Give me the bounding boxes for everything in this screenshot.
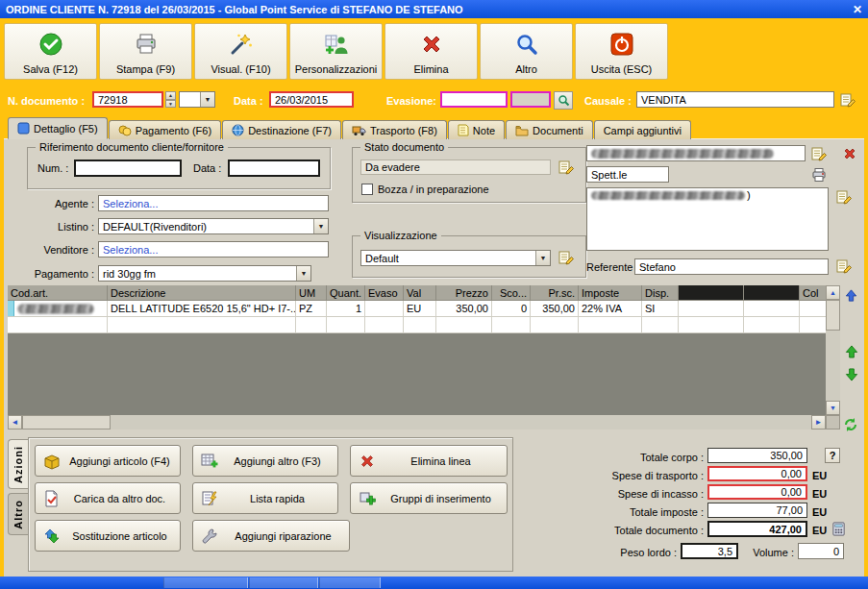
- totale-corpo-input[interactable]: 350,00: [707, 448, 807, 463]
- move-line-up-button[interactable]: [843, 343, 859, 359]
- toolbar: Salva (F12) Stampa (F9) Visual. (F10) Pe…: [4, 23, 668, 80]
- chevron-down-icon[interactable]: ▼: [200, 92, 214, 107]
- col-header-redacted-2[interactable]: [744, 285, 800, 301]
- totale-imposte-input[interactable]: 77,00: [707, 503, 807, 518]
- col-header-col[interactable]: Col: [800, 285, 826, 301]
- move-line-down-button[interactable]: [843, 366, 859, 382]
- quick-list-button[interactable]: Lista rapida: [192, 482, 338, 514]
- add-other-button[interactable]: Aggiungi altro (F3): [192, 445, 338, 477]
- load-from-doc-button[interactable]: Carica da altro doc.: [35, 482, 181, 514]
- scroll-down-icon[interactable]: ▼: [826, 401, 840, 415]
- riferimento-group: Riferimento documento cliente/fornitore …: [27, 147, 331, 189]
- pagamento-combo[interactable]: rid 30gg fm ▼: [98, 265, 311, 282]
- preview-button[interactable]: Visual. (F10): [194, 23, 287, 80]
- vis-edit-button[interactable]: [557, 248, 576, 266]
- cliente-input[interactable]: [586, 145, 806, 161]
- totale-documento-input[interactable]: 427,00: [707, 521, 807, 537]
- evasione-search-button[interactable]: [554, 91, 573, 110]
- causale-edit-button[interactable]: [838, 90, 857, 109]
- col-header-val[interactable]: Val: [404, 285, 436, 301]
- add-repair-button[interactable]: Aggiungi riparazione: [192, 520, 350, 552]
- scroll-right-icon[interactable]: ►: [811, 415, 826, 429]
- customizations-button[interactable]: Personalizzazioni: [289, 23, 383, 80]
- cliente-edit-button[interactable]: [809, 144, 829, 162]
- spettle-input[interactable]: Spett.le: [586, 166, 669, 183]
- causale-input[interactable]: VENDITA: [636, 91, 834, 108]
- vscroll-thumb[interactable]: [826, 300, 840, 331]
- close-icon[interactable]: ✕: [853, 3, 862, 16]
- exit-button[interactable]: Uscita (ESC): [575, 23, 668, 80]
- listino-combo[interactable]: DEFAULT(Rivenditori) ▼: [98, 218, 329, 234]
- tab-documenti[interactable]: Documenti: [506, 120, 593, 139]
- venditore-input[interactable]: Seleziona...: [98, 241, 329, 258]
- stato-edit-button[interactable]: [557, 158, 576, 176]
- evasione-input-2[interactable]: [510, 91, 551, 108]
- save-button[interactable]: Salva (F12): [4, 23, 97, 80]
- tab-dettaglio[interactable]: Dettaglio (F5): [8, 117, 108, 139]
- address-edit-button[interactable]: [834, 187, 854, 206]
- scroll-left-icon[interactable]: ◄: [8, 415, 22, 429]
- table-row[interactable]: DELL LATITUDE E6520 15,6" HD+ I7-... PZ …: [8, 301, 826, 317]
- replace-article-button[interactable]: Sostituzione articolo: [35, 520, 181, 552]
- referente-edit-button[interactable]: [834, 257, 854, 275]
- data-input[interactable]: 26/03/2015: [269, 91, 354, 108]
- tab-destinazione[interactable]: Destinazione (F7): [222, 120, 341, 139]
- tab-azioni[interactable]: Azioni: [8, 439, 28, 489]
- insert-groups-button[interactable]: Gruppi di inserimento: [350, 482, 508, 514]
- tab-trasporto[interactable]: Trasporto (F8): [342, 120, 447, 139]
- tab-campi-aggiuntivi[interactable]: Campi aggiuntivi: [594, 120, 691, 139]
- col-header-sconto[interactable]: Sco...: [492, 285, 531, 301]
- chevron-down-icon[interactable]: ▼: [313, 219, 328, 233]
- delete-line-button[interactable]: Elimina linea: [350, 445, 508, 477]
- peso-lordo-input[interactable]: 3,5: [681, 543, 738, 559]
- stepper-up-icon[interactable]: ▲: [165, 91, 176, 100]
- cliente-clear-button[interactable]: [840, 144, 859, 162]
- col-header-descrizione[interactable]: Descrizione: [108, 285, 296, 301]
- recalculate-button[interactable]: [831, 521, 847, 537]
- chevron-down-icon[interactable]: ▼: [296, 266, 310, 281]
- horizontal-scrollbar[interactable]: ◄ ►: [8, 415, 826, 429]
- col-header-redacted-1[interactable]: [679, 285, 744, 301]
- rif-num-input[interactable]: [74, 160, 182, 177]
- stato-field[interactable]: Da evadere: [360, 160, 551, 175]
- delete-button[interactable]: Elimina: [384, 23, 478, 80]
- col-header-pr-sc[interactable]: Pr.sc.: [531, 285, 579, 301]
- doc-suffix-combo[interactable]: ▼: [179, 91, 215, 108]
- tab-pagamento[interactable]: Pagamento (F6): [109, 120, 221, 139]
- vertical-scrollbar[interactable]: ▲ ▼: [826, 285, 840, 415]
- totale-corpo-label: Totale corpo :: [531, 452, 704, 463]
- table-row-empty[interactable]: [8, 317, 826, 333]
- print-button[interactable]: Stampa (F9): [99, 23, 192, 80]
- refresh-lines-button[interactable]: [842, 416, 858, 432]
- spese-trasporto-input[interactable]: 0,00: [707, 466, 807, 481]
- col-header-cod-art[interactable]: Cod.art.: [8, 285, 108, 301]
- spese-incasso-input[interactable]: 0,00: [707, 484, 807, 500]
- evasione-input-1[interactable]: [440, 91, 508, 108]
- col-header-um[interactable]: UM: [296, 285, 327, 301]
- rif-data-input[interactable]: [228, 160, 320, 177]
- chevron-down-icon[interactable]: ▼: [535, 251, 550, 265]
- visualizzazione-combo[interactable]: Default ▼: [360, 250, 551, 266]
- other-button[interactable]: Altro: [480, 23, 573, 80]
- col-header-evaso[interactable]: Evaso: [365, 285, 404, 301]
- n-documento-input[interactable]: 72918: [92, 91, 163, 108]
- address-print-button[interactable]: [809, 165, 829, 184]
- hscroll-thumb[interactable]: [22, 415, 111, 429]
- help-button[interactable]: ?: [825, 448, 840, 463]
- move-top-button[interactable]: [843, 287, 859, 304]
- agente-input[interactable]: Seleziona...: [98, 195, 329, 211]
- volume-input[interactable]: 0: [798, 543, 844, 559]
- n-documento-stepper[interactable]: ▲ ▼: [165, 91, 176, 108]
- col-header-disp[interactable]: Disp.: [642, 285, 679, 301]
- address-textarea[interactable]: ): [586, 187, 829, 251]
- referente-input[interactable]: Stefano: [634, 258, 829, 275]
- tab-altro[interactable]: Altro: [8, 493, 28, 535]
- add-article-button[interactable]: Aggiungi articolo (F4): [35, 445, 181, 477]
- col-header-prezzo[interactable]: Prezzo: [436, 285, 492, 301]
- scroll-up-icon[interactable]: ▲: [826, 285, 840, 300]
- col-header-imposte[interactable]: Imposte: [579, 285, 642, 301]
- stepper-down-icon[interactable]: ▼: [165, 100, 176, 109]
- tab-note[interactable]: Note: [448, 120, 505, 139]
- bozza-checkbox[interactable]: [361, 184, 373, 195]
- col-header-quant[interactable]: Quant.: [327, 285, 365, 301]
